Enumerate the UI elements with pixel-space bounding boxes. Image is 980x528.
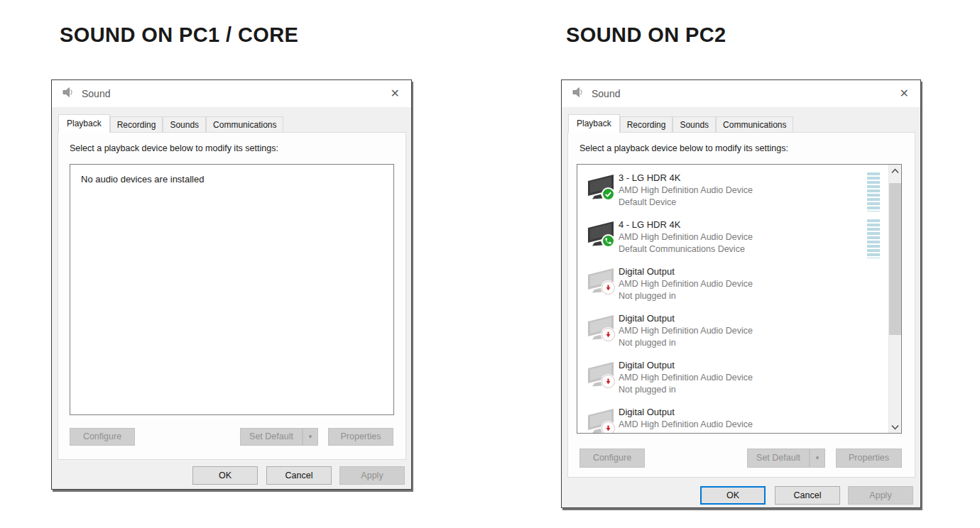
device-status: Not plugged in <box>619 431 753 434</box>
device-status: Default Communications Device <box>619 243 753 255</box>
close-icon[interactable]: ✕ <box>900 87 909 101</box>
cancel-button[interactable]: Cancel <box>266 466 332 485</box>
monitor-device-icon <box>586 219 617 248</box>
not-plugged-in-icon <box>601 328 615 341</box>
volume-level-meter <box>867 219 880 258</box>
monitor-device-icon <box>586 407 617 434</box>
playback-device-list[interactable]: No audio devices are installed <box>70 164 394 415</box>
device-row-3-lg-hdr-4k[interactable]: 3 - LG HDR 4K AMD High Definition Audio … <box>577 170 901 217</box>
device-name: Digital Output <box>619 359 753 372</box>
device-row-digital-output-1[interactable]: Digital Output AMD High Definition Audio… <box>577 264 901 311</box>
title-bar[interactable]: Sound ✕ <box>52 80 411 107</box>
properties-button[interactable]: Properties <box>328 428 393 446</box>
set-default-button[interactable]: Set Default <box>240 428 303 446</box>
device-row-digital-output-4[interactable]: Digital Output AMD High Definition Audio… <box>577 405 901 434</box>
device-description: AMD High Definition Audio Device <box>619 372 753 384</box>
cancel-button[interactable]: Cancel <box>775 486 840 505</box>
window-title: Sound <box>592 88 620 99</box>
set-default-dropdown-icon[interactable]: ▼ <box>303 428 318 446</box>
communications-phone-icon <box>601 234 615 248</box>
monitor-device-icon <box>586 172 617 201</box>
heading-pc1: SOUND ON PC1 / CORE <box>60 23 298 47</box>
tab-playback[interactable]: Playback <box>568 114 620 133</box>
apply-button[interactable]: Apply <box>339 466 405 485</box>
playback-tab-page: Select a playback device below to modify… <box>567 132 915 478</box>
device-name: Digital Output <box>619 406 753 419</box>
tab-playback[interactable]: Playback <box>58 114 110 133</box>
list-scrollbar[interactable] <box>888 165 901 433</box>
not-plugged-in-icon <box>601 422 615 434</box>
set-default-button[interactable]: Set Default <box>747 449 810 468</box>
device-status: Default Device <box>619 197 753 209</box>
monitor-device-icon <box>586 266 617 295</box>
tab-recording[interactable]: Recording <box>620 116 673 132</box>
page-canvas: SOUND ON PC1 / CORE SOUND ON PC2 Sound ✕… <box>0 0 980 528</box>
default-device-check-icon <box>601 187 615 201</box>
device-name: Digital Output <box>619 312 753 325</box>
properties-button[interactable]: Properties <box>836 449 902 468</box>
select-device-label: Select a playback device below to modify… <box>70 143 278 153</box>
title-bar[interactable]: Sound ✕ <box>562 80 920 107</box>
apply-button[interactable]: Apply <box>848 486 913 505</box>
window-title: Sound <box>82 88 110 99</box>
device-description: AMD High Definition Audio Device <box>619 325 753 337</box>
playback-tab-page: Select a playback device below to modify… <box>58 132 406 460</box>
tab-sounds[interactable]: Sounds <box>673 116 716 132</box>
monitor-device-icon <box>586 313 617 341</box>
ok-button[interactable]: OK <box>700 486 766 505</box>
device-status: Not plugged in <box>619 290 753 302</box>
speaker-icon <box>62 86 75 101</box>
sound-dialog-pc2: Sound ✕ Playback Recording Sounds Commun… <box>561 79 921 508</box>
playback-device-list: 3 - LG HDR 4K AMD High Definition Audio … <box>577 164 902 434</box>
close-icon[interactable]: ✕ <box>391 87 400 101</box>
not-plugged-in-icon <box>601 281 615 295</box>
select-device-label: Select a playback device below to modify… <box>579 143 788 153</box>
ok-button[interactable]: OK <box>192 466 258 485</box>
tab-communications[interactable]: Communications <box>206 116 283 132</box>
device-description: AMD High Definition Audio Device <box>619 278 753 290</box>
no-devices-message: No audio devices are installed <box>81 174 204 185</box>
device-description: AMD High Definition Audio Device <box>619 231 753 243</box>
tab-sounds[interactable]: Sounds <box>163 116 206 132</box>
speaker-icon <box>572 86 584 101</box>
configure-button[interactable]: Configure <box>70 428 135 446</box>
device-name: 3 - LG HDR 4K <box>619 172 753 185</box>
heading-pc2: SOUND ON PC2 <box>566 23 726 47</box>
device-name: Digital Output <box>619 265 753 278</box>
scroll-up-icon[interactable] <box>889 165 901 177</box>
configure-button[interactable]: Configure <box>579 449 645 468</box>
set-default-dropdown-icon[interactable]: ▼ <box>810 449 825 468</box>
scrollbar-thumb[interactable] <box>889 183 901 335</box>
device-row-4-lg-hdr-4k[interactable]: 4 - LG HDR 4K AMD High Definition Audio … <box>577 217 901 264</box>
tab-recording[interactable]: Recording <box>110 116 163 132</box>
device-row-digital-output-3[interactable]: Digital Output AMD High Definition Audio… <box>577 358 901 405</box>
tab-communications[interactable]: Communications <box>716 116 793 132</box>
scroll-down-icon[interactable] <box>889 421 901 433</box>
sound-dialog-pc1: Sound ✕ Playback Recording Sounds Commun… <box>51 79 412 490</box>
device-row-digital-output-2[interactable]: Digital Output AMD High Definition Audio… <box>577 311 901 358</box>
device-name: 4 - LG HDR 4K <box>619 219 753 231</box>
device-status: Not plugged in <box>619 337 753 349</box>
volume-level-meter <box>867 172 880 211</box>
device-status: Not plugged in <box>619 384 753 396</box>
device-description: AMD High Definition Audio Device <box>619 185 753 197</box>
device-description: AMD High Definition Audio Device <box>619 419 753 431</box>
monitor-device-icon <box>586 360 617 388</box>
tab-strip: Playback Recording Sounds Communications <box>568 114 793 132</box>
not-plugged-in-icon <box>601 375 615 388</box>
tab-strip: Playback Recording Sounds Communications <box>58 114 283 132</box>
